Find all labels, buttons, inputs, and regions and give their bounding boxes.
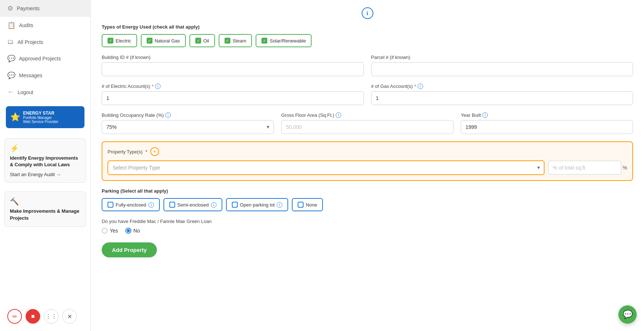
parking-chip-fully-enclosed[interactable]: Fully-enclosed i bbox=[102, 198, 160, 211]
chat-fab-button[interactable]: 💬 bbox=[618, 305, 637, 324]
steam-check-icon: ✓ bbox=[225, 38, 230, 44]
freddie-no-radio[interactable] bbox=[125, 228, 131, 234]
energy-label-solar: Solar/Renewable bbox=[270, 38, 306, 44]
fully-enclosed-info-icon[interactable]: i bbox=[148, 202, 154, 208]
add-property-button[interactable]: Add Property bbox=[102, 242, 157, 257]
sidebar-nav-audits[interactable]: 📋 Audits bbox=[0, 17, 90, 34]
freddie-yes-option[interactable]: Yes bbox=[102, 228, 118, 234]
accounts-row: # of Electric Account(s) * i # of Gas Ac… bbox=[102, 83, 633, 105]
year-built-input[interactable] bbox=[461, 120, 633, 134]
parking-label-none: None bbox=[306, 202, 317, 208]
freddie-label: Do you have Freddie Mac / Fannie Mae Gre… bbox=[102, 219, 633, 224]
property-types-header: Property Type(s) * + bbox=[108, 147, 627, 156]
energy-star-icon: ⭐ bbox=[10, 112, 20, 122]
hammer-icon: 🔨 bbox=[10, 197, 80, 206]
gas-accounts-label: # of Gas Account(s) * i bbox=[371, 83, 633, 89]
parking-chip-none[interactable]: None bbox=[292, 198, 323, 211]
start-audit-link[interactable]: Start an Energy Audit → bbox=[10, 172, 80, 177]
energy-chip-steam[interactable]: ✓ Steam bbox=[219, 34, 252, 47]
energy-chip-solar[interactable]: ✓ Solar/Renewable bbox=[256, 34, 312, 47]
parcel-group: Parcel # (if known) bbox=[371, 55, 633, 76]
edit-icon: ✏ bbox=[12, 313, 17, 320]
edit-toolbar-button[interactable]: ✏ bbox=[7, 309, 22, 324]
gross-floor-info-icon[interactable]: i bbox=[336, 112, 341, 118]
freddie-no-label: No bbox=[133, 228, 140, 234]
electric-info-icon[interactable]: i bbox=[155, 83, 161, 89]
property-type-select-wrapper: Select Property Type ▼ bbox=[108, 160, 545, 175]
sidebar-nav-approved-projects[interactable]: 💬 Approved Projects bbox=[0, 50, 90, 67]
semi-enclosed-info-icon[interactable]: i bbox=[211, 202, 216, 208]
logo-text1: Portfolio Manager bbox=[23, 116, 59, 120]
freddie-section: Do you have Freddie Mac / Fannie Mae Gre… bbox=[102, 219, 633, 234]
sidebar-label-logout: Logout bbox=[18, 89, 33, 95]
gas-accounts-input[interactable] bbox=[371, 91, 633, 105]
property-types-section: Property Type(s) * + Select Property Typ… bbox=[102, 141, 633, 181]
sidebar-nav-all-projects[interactable]: 🗂 All Projects bbox=[0, 34, 90, 50]
energy-types-row: ✓ Electric ✓ Natural Gas ✓ Oil ✓ Steam ✓… bbox=[102, 34, 633, 47]
fully-enclosed-checkbox[interactable] bbox=[108, 202, 113, 208]
energy-chip-oil[interactable]: ✓ Oil bbox=[189, 34, 215, 47]
energy-chip-natural-gas[interactable]: ✓ Natural Gas bbox=[141, 34, 186, 47]
natural-gas-check-icon: ✓ bbox=[147, 38, 152, 44]
sidebar-nav-payments[interactable]: ⚙ Payments bbox=[0, 0, 90, 17]
promo2-title: Make Improvements & Manage Projects bbox=[10, 208, 80, 221]
add-property-type-button[interactable]: + bbox=[150, 147, 159, 156]
occupancy-select[interactable]: 75% 50% 100% 25% bbox=[102, 120, 274, 134]
sidebar: ⚙ Payments 📋 Audits 🗂 All Projects 💬 App… bbox=[0, 0, 91, 331]
electric-accounts-input[interactable] bbox=[102, 91, 364, 105]
stop-toolbar-button[interactable]: ■ bbox=[26, 309, 40, 324]
parking-chip-open[interactable]: Open parking lot i bbox=[226, 198, 288, 211]
sidebar-label-approved-projects: Approved Projects bbox=[19, 56, 61, 62]
sidebar-label-payments: Payments bbox=[17, 5, 39, 11]
gross-floor-group: Gross Floor Area (Sq.Ft.) i bbox=[281, 112, 453, 134]
sidebar-nav-logout[interactable]: ← Logout bbox=[0, 84, 90, 100]
stop-icon: ■ bbox=[31, 313, 35, 320]
property-type-select[interactable]: Select Property Type bbox=[108, 160, 545, 175]
top-info-icon-wrapper: ℹ bbox=[102, 7, 633, 19]
energy-label-natural-gas: Natural Gas bbox=[155, 38, 180, 44]
energy-label-steam: Steam bbox=[233, 38, 246, 44]
property-required-star: * bbox=[146, 149, 147, 155]
open-parking-checkbox[interactable] bbox=[232, 202, 238, 208]
energy-label-oil: Oil bbox=[203, 38, 209, 44]
electric-accounts-group: # of Electric Account(s) * i bbox=[102, 83, 364, 105]
year-built-info-icon[interactable]: i bbox=[482, 112, 488, 118]
gas-required-star: * bbox=[414, 83, 416, 89]
pct-symbol: % bbox=[623, 165, 627, 171]
gross-floor-input[interactable] bbox=[281, 120, 453, 134]
close-icon: ✕ bbox=[67, 313, 72, 320]
occupancy-group: Building Occupancy Rate (%) i 75% 50% 10… bbox=[102, 112, 274, 134]
property-types-label: Property Type(s) bbox=[108, 149, 143, 155]
open-parking-info-icon[interactable]: i bbox=[277, 202, 282, 208]
gas-info-icon[interactable]: i bbox=[418, 83, 423, 89]
parking-row: Fully-enclosed i Semi-enclosed i Open pa… bbox=[102, 198, 633, 211]
close-toolbar-button[interactable]: ✕ bbox=[62, 309, 77, 324]
freddie-no-option[interactable]: No bbox=[125, 228, 140, 234]
building-id-label: Building ID # (if known) bbox=[102, 55, 364, 60]
parking-label-semi-enclosed: Semi-enclosed bbox=[177, 202, 209, 208]
freddie-yes-radio[interactable] bbox=[102, 228, 108, 234]
parking-label-fully-enclosed: Fully-enclosed bbox=[116, 202, 146, 208]
occupancy-info-icon[interactable]: i bbox=[165, 112, 171, 118]
payments-icon: ⚙ bbox=[7, 4, 13, 12]
parking-label-open: Open parking lot bbox=[240, 202, 275, 208]
sidebar-nav-messages[interactable]: 💬 Messages bbox=[0, 67, 90, 84]
sidebar-label-audits: Audits bbox=[19, 22, 33, 28]
parking-label: Parking (Select all that apply) bbox=[102, 188, 633, 194]
occupancy-select-wrapper: 75% 50% 100% 25% ▼ bbox=[102, 120, 274, 134]
energy-chip-electric[interactable]: ✓ Electric bbox=[102, 34, 137, 47]
messages-icon: 💬 bbox=[7, 71, 15, 79]
energy-label-electric: Electric bbox=[116, 38, 131, 44]
lightning-icon: ⚡ bbox=[10, 144, 80, 153]
parcel-input[interactable] bbox=[371, 62, 633, 76]
parking-chip-semi-enclosed[interactable]: Semi-enclosed i bbox=[163, 198, 222, 211]
grid-toolbar-button[interactable]: ⋮⋮ bbox=[44, 309, 59, 324]
semi-enclosed-checkbox[interactable] bbox=[169, 202, 175, 208]
pct-input[interactable] bbox=[548, 161, 621, 175]
electric-required-star: * bbox=[152, 83, 154, 89]
occupancy-label: Building Occupancy Rate (%) i bbox=[102, 112, 274, 118]
building-id-input[interactable] bbox=[102, 62, 364, 76]
electric-check-icon: ✓ bbox=[108, 38, 113, 44]
none-checkbox[interactable] bbox=[298, 202, 304, 208]
logo-text2: Web Service Provider bbox=[23, 120, 59, 124]
